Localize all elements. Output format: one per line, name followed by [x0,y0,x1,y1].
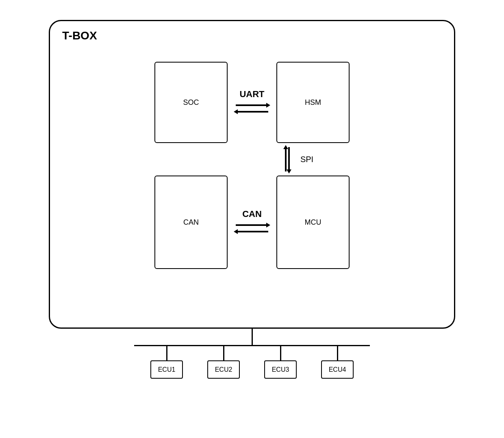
diagram-wrapper: T-BOX SOC UART [28,20,476,418]
bottom-row: CAN CAN [50,176,454,269]
ecu2-box: ECU2 [207,360,240,379]
spi-connector [280,145,295,173]
soc-block: SOC [154,62,228,143]
svg-marker-3 [234,109,238,114]
ecu2-drop: ECU2 [207,346,240,379]
ecu1-line [166,346,167,360]
uart-arrow-container: UART [228,89,276,116]
hsm-block: HSM [276,62,350,143]
ecu1-box: ECU1 [150,360,183,379]
soc-label: SOC [183,98,199,107]
bus-connection: ECU1 ECU2 ECU3 [130,329,374,379]
can-block-label: CAN [183,218,199,227]
ecu3-line [280,346,281,360]
svg-marker-7 [283,145,288,149]
ecu1-label: ECU1 [158,366,176,373]
can-line-container: ECU1 ECU2 ECU3 [130,329,374,379]
svg-marker-1 [266,103,270,108]
can-arrow-container: CAN [228,209,276,236]
svg-marker-11 [234,229,238,234]
mcu-label: MCU [305,218,322,227]
can-double-arrow [234,221,270,236]
ecu4-line [337,346,338,360]
ecu2-label: ECU2 [215,366,232,373]
ecu3-label: ECU3 [272,366,289,373]
hsm-label: HSM [305,98,321,107]
tbox-container: T-BOX SOC UART [49,20,455,329]
ecu4-drop: ECU4 [321,346,354,379]
spi-label: SPI [300,155,313,164]
mcu-block: MCU [276,176,350,269]
spi-arrow [280,145,295,173]
ecu4-label: ECU4 [329,366,346,373]
spi-row: SPI [50,143,454,176]
ecu2-line [223,346,224,360]
ecu-section: ECU1 ECU2 ECU3 [28,329,476,379]
can-block: CAN [154,176,228,269]
ecu3-drop: ECU3 [264,346,297,379]
spi-label-container: SPI [297,155,313,164]
uart-double-arrow [234,101,270,116]
inner-diagram: SOC UART [50,50,454,327]
svg-marker-9 [266,223,270,228]
ecu4-box: ECU4 [321,360,354,379]
ecu1-drop: ECU1 [150,346,183,379]
can-protocol-label: CAN [242,209,262,219]
vertical-line-from-can [252,329,253,345]
ecu-drops: ECU1 ECU2 ECU3 [138,346,366,379]
tbox-label: T-BOX [62,29,97,42]
svg-marker-5 [287,169,291,173]
ecu3-box: ECU3 [264,360,297,379]
uart-label: UART [239,89,264,100]
top-row: SOC UART [50,62,454,143]
